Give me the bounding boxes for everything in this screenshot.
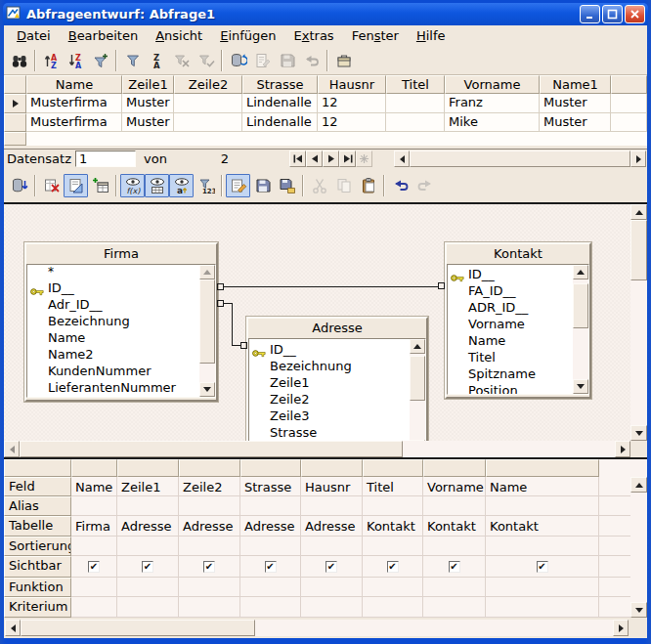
sortierung-cell[interactable]: [363, 537, 423, 556]
cell[interactable]: [174, 94, 242, 113]
funktion-cell[interactable]: [423, 578, 486, 597]
sortierung-cell[interactable]: [423, 537, 486, 556]
alias-cell[interactable]: [240, 496, 301, 516]
alias-cell[interactable]: [117, 496, 179, 516]
table-title[interactable]: Firma: [26, 244, 216, 264]
field-row[interactable]: FA_ID__: [448, 282, 588, 299]
last-record-button[interactable]: [339, 150, 356, 167]
column-header[interactable]: Hausnr: [318, 75, 386, 94]
tabelle-cell[interactable]: Kontakt: [363, 516, 423, 537]
visible-checkbox[interactable]: ✔: [142, 561, 153, 573]
clear-query-icon[interactable]: [39, 174, 64, 197]
tabelle-cell[interactable]: Adresse: [301, 516, 363, 537]
feld-cell[interactable]: Vorname: [423, 477, 486, 496]
table-scrollbar[interactable]: [573, 265, 588, 394]
join-line-firma-kontakt[interactable]: [224, 286, 438, 287]
scrollbar-thumb[interactable]: [410, 150, 630, 167]
field-row[interactable]: Name: [27, 329, 215, 346]
scrollbar-track[interactable]: [403, 441, 615, 457]
tabelle-cell[interactable]: Kontakt: [486, 516, 599, 537]
show-functions-icon[interactable]: f(x): [120, 174, 145, 197]
sortierung-cell[interactable]: [117, 537, 179, 556]
kriterium-cell[interactable]: [423, 597, 486, 618]
field-row[interactable]: ADR_ID__: [448, 299, 588, 316]
refresh-data-icon[interactable]: [226, 49, 250, 72]
scroll-left-icon[interactable]: [4, 441, 20, 457]
alias-cell[interactable]: [71, 496, 117, 516]
apply-filter-icon[interactable]: [194, 49, 218, 72]
menu-fenster[interactable]: Fenster: [343, 26, 408, 45]
visible-checkbox[interactable]: ✔: [265, 561, 277, 573]
row-selector-current[interactable]: [4, 94, 26, 113]
funktion-cell[interactable]: [71, 578, 117, 597]
sortierung-cell[interactable]: [486, 537, 599, 556]
distinct-values-icon[interactable]: 123!: [194, 174, 218, 197]
kriterium-cell[interactable]: [486, 597, 599, 618]
scroll-left-icon[interactable]: [394, 150, 410, 167]
alias-cell[interactable]: [423, 496, 486, 516]
column-header[interactable]: Strasse: [242, 75, 318, 94]
tabelle-cell[interactable]: Adresse: [179, 516, 240, 537]
visible-checkbox[interactable]: ✔: [537, 561, 548, 573]
cell[interactable]: Franz: [445, 94, 540, 113]
visible-checkbox[interactable]: ✔: [387, 561, 399, 573]
kriterium-cell[interactable]: [117, 597, 179, 618]
column-header[interactable]: Vorname: [445, 75, 540, 94]
cell[interactable]: [386, 113, 445, 132]
cell[interactable]: Lindenalle: [242, 94, 318, 113]
first-record-button[interactable]: [289, 150, 306, 167]
column-header[interactable]: Name: [26, 75, 122, 94]
column-head[interactable]: [423, 459, 486, 477]
field-row[interactable]: LieferantenNummer: [27, 379, 215, 396]
scroll-right-icon[interactable]: [613, 620, 629, 636]
funktion-cell[interactable]: [363, 578, 423, 597]
sort-dialog-icon[interactable]: ZA: [145, 49, 169, 72]
tabelle-cell[interactable]: Adresse: [240, 516, 301, 537]
cell[interactable]: [174, 113, 242, 132]
feld-cell[interactable]: Zeile1: [117, 477, 179, 496]
sortierung-cell[interactable]: [71, 537, 117, 556]
minimize-button[interactable]: [580, 5, 600, 23]
table-window-adresse[interactable]: Adresse ID__ Bezeichnung Zeile1 Zeile2 Z…: [246, 317, 428, 459]
scrollbar-thumb[interactable]: [21, 620, 255, 636]
scroll-down-icon[interactable]: [573, 379, 588, 394]
funktion-cell[interactable]: [117, 578, 179, 597]
alias-cell[interactable]: [363, 496, 423, 516]
table-title[interactable]: Adresse: [248, 319, 426, 338]
column-head[interactable]: [179, 459, 240, 477]
table-window-kontakt[interactable]: Kontakt ID__ FA_ID__ ADR_ID__ Vorname Na…: [445, 242, 591, 399]
copy-icon[interactable]: [331, 174, 356, 197]
new-record-row[interactable]: [4, 132, 647, 146]
grid-vertical-scrollbar[interactable]: [630, 459, 647, 618]
show-alias-icon[interactable]: a: [169, 174, 194, 197]
feld-cell[interactable]: Strasse: [240, 477, 301, 496]
sort-descending-icon[interactable]: ZA: [64, 49, 88, 72]
feld-cell[interactable]: Titel: [363, 477, 423, 496]
alias-cell[interactable]: [179, 496, 240, 516]
design-horizontal-scrollbar[interactable]: [4, 441, 630, 457]
kriterium-cell[interactable]: [363, 597, 423, 618]
tabelle-cell[interactable]: Kontakt: [423, 516, 486, 537]
scroll-up-icon[interactable]: [630, 477, 647, 493]
field-row[interactable]: Vorname: [448, 316, 588, 332]
previous-record-button[interactable]: [306, 150, 323, 167]
column-head[interactable]: [117, 459, 179, 477]
data-source-explorer-icon[interactable]: [331, 49, 356, 72]
standard-filter-icon[interactable]: [120, 49, 145, 72]
feld-cell[interactable]: Zeile2: [179, 477, 240, 496]
scroll-down-icon[interactable]: [630, 602, 647, 618]
column-header[interactable]: Zeile1: [122, 75, 174, 94]
scroll-left-icon[interactable]: [5, 620, 21, 636]
alias-cell[interactable]: [486, 496, 599, 516]
paste-icon[interactable]: [356, 174, 380, 197]
column-head[interactable]: [363, 459, 423, 477]
cell[interactable]: Mike: [445, 113, 540, 132]
scroll-up-icon[interactable]: [630, 204, 647, 220]
field-row[interactable]: Bezeichnung: [27, 313, 215, 329]
visible-checkbox[interactable]: ✔: [88, 561, 100, 573]
title-bar[interactable]: Abfrageentwurf: Abfrage1: [3, 3, 648, 25]
feld-cell[interactable]: Name: [486, 477, 599, 496]
sort-ascending-icon[interactable]: AZ: [39, 49, 64, 72]
menu-bearbeiten[interactable]: Bearbeiten: [60, 26, 147, 45]
cell[interactable]: Muster: [540, 94, 611, 113]
